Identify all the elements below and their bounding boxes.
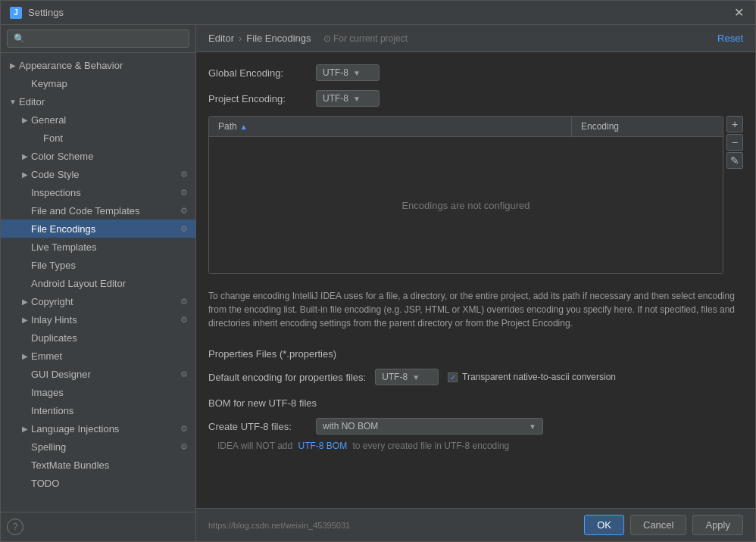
sidebar-item-inlay-hints[interactable]: Inlay Hints ⚙ [1,310,195,329]
bom-dropdown[interactable]: with NO BOM ▼ [316,418,543,435]
sidebar-label-inlay-hints: Inlay Hints [31,314,176,326]
transparent-label: Transparent native-to-ascii conversion [462,372,616,382]
sidebar-label-appearance: Appearance & Behavior [19,60,189,71]
sidebar-item-general[interactable]: General [1,111,195,129]
breadcrumb-parent: Editor [208,33,234,44]
sidebar-label-font: Font [43,132,189,144]
transparent-checkbox[interactable] [448,372,458,382]
bom-section: Create UTF-8 files: with NO BOM ▼ IDEA w… [208,418,743,451]
edit-encoding-button[interactable]: ✎ [726,152,743,169]
sidebar-label-spelling: Spelling [31,441,176,453]
sidebar-item-images[interactable]: Images [1,383,195,401]
sidebar-label-editor: Editor [19,96,189,107]
sidebar-item-editor[interactable]: Editor [1,92,195,111]
expand-arrow-copyright[interactable] [19,295,31,307]
arrow-live-templates [19,241,31,253]
sidebar-item-copyright[interactable]: Copyright ⚙ [1,292,195,310]
sidebar-label-file-encodings: File Encodings [31,223,176,235]
sidebar-item-intentions[interactable]: Intentions [1,401,195,419]
sidebar-item-textmate[interactable]: TextMate Bundles [1,456,195,474]
arrow-spelling [19,441,31,453]
bom-dropdown-arrow: ▼ [529,422,536,431]
arrow-intentions [19,404,31,416]
arrow-gui-designer [19,368,31,380]
expand-arrow-lang-injections[interactable] [19,422,31,435]
breadcrumb-separator: › [239,33,242,44]
sidebar-label-intentions: Intentions [31,405,189,416]
project-encoding-dropdown[interactable]: UTF-8 ▼ [316,90,380,107]
gear-icon-inspections: ⚙ [179,187,189,198]
sidebar-item-file-encodings[interactable]: File Encodings ⚙ [1,220,195,238]
arrow-file-encodings [19,223,31,235]
encoding-table-wrapper: Path ▲ Encoding Encodings are not config… [208,116,743,274]
search-input[interactable] [7,30,189,48]
sidebar-label-color-scheme: Color Scheme [31,151,189,162]
gear-icon-gui-designer: ⚙ [179,369,189,379]
sidebar-label-copyright: Copyright [31,296,176,307]
sidebar-item-emmet[interactable]: Emmet [1,347,195,365]
expand-arrow-appearance[interactable] [7,59,19,71]
ok-button[interactable]: OK [584,515,624,535]
sidebar-item-inspections[interactable]: Inspections ⚙ [1,183,195,201]
arrow-textmate [19,459,31,471]
sidebar-bottom: ? [1,512,195,541]
properties-encoding-dropdown[interactable]: UTF-8 ▼ [375,369,439,385]
sidebar-item-file-types[interactable]: File Types [1,256,195,274]
sidebar-item-live-templates[interactable]: Live Templates [1,238,195,256]
expand-arrow-emmet[interactable] [19,350,31,362]
sidebar-item-gui-designer[interactable]: GUI Designer ⚙ [1,365,195,383]
expand-arrow-general[interactable] [19,114,31,126]
sidebar-item-todo[interactable]: TODO [1,474,195,492]
sidebar-label-gui-designer: GUI Designer [31,369,176,380]
expand-arrow-code-style[interactable] [19,168,31,180]
sidebar-item-font[interactable]: Font [1,129,195,147]
global-encoding-dropdown-arrow: ▼ [353,69,361,77]
sidebar: Appearance & Behavior Keymap Editor Gene… [1,25,196,541]
sidebar-label-textmate: TextMate Bundles [31,459,189,471]
for-project-toggle[interactable]: ⊙ For current project [323,33,408,44]
encoding-table: Path ▲ Encoding Encodings are not config… [208,116,723,274]
sidebar-item-lang-injections[interactable]: Language Injections ⚙ [1,419,195,438]
cancel-button[interactable]: Cancel [630,515,686,535]
expand-arrow-color-scheme[interactable] [19,150,31,162]
right-panel: Editor › File Encodings ⊙ For current pr… [196,25,755,541]
arrow-file-code-templates [19,204,31,216]
arrow-android-layout [19,277,31,289]
sidebar-item-appearance[interactable]: Appearance & Behavior [1,56,195,74]
sidebar-label-general: General [31,114,189,126]
remove-encoding-button[interactable]: − [726,134,743,151]
apply-button[interactable]: Apply [692,515,743,535]
gear-icon-spelling: ⚙ [179,441,189,452]
sidebar-search-container [1,25,195,53]
help-button[interactable]: ? [7,519,23,535]
sidebar-label-emmet: Emmet [31,350,189,362]
add-encoding-button[interactable]: + [726,116,743,132]
window-title: Settings [28,7,731,18]
sidebar-item-color-scheme[interactable]: Color Scheme [1,147,195,165]
bottom-bar: https://blog.csdn.net/weixin_45395031 OK… [196,508,755,541]
sidebar-item-spelling[interactable]: Spelling ⚙ [1,438,195,456]
expand-arrow-editor[interactable] [7,95,19,107]
sidebar-item-android-layout[interactable]: Android Layout Editor [1,274,195,292]
sidebar-item-duplicates[interactable]: Duplicates [1,329,195,347]
main-content: Appearance & Behavior Keymap Editor Gene… [1,25,755,541]
arrow-images [19,386,31,398]
sidebar-label-live-templates: Live Templates [31,241,189,253]
properties-encoding-value: UTF-8 [382,372,408,382]
global-encoding-dropdown[interactable]: UTF-8 ▼ [316,64,380,81]
sidebar-item-keymap[interactable]: Keymap [1,74,195,92]
global-encoding-label: Global Encoding: [208,67,307,79]
sidebar-item-file-code-templates[interactable]: File and Code Templates ⚙ [1,201,195,220]
bom-dropdown-value: with NO BOM [323,421,378,431]
info-text: To change encoding IntelliJ IDEA uses fo… [208,283,743,336]
bom-note-suffix: to every created file in UTF-8 encoding [353,441,510,451]
sidebar-label-android-layout: Android Layout Editor [31,278,189,289]
bom-link: UTF-8 BOM [298,441,348,451]
bom-section-title: BOM for new UTF-8 files [208,397,743,409]
panel-body: Global Encoding: UTF-8 ▼ Project Encodin… [196,52,755,508]
close-button[interactable]: ✕ [731,5,746,20]
arrow-todo [19,477,31,489]
expand-arrow-inlay-hints[interactable] [19,313,31,326]
reset-button[interactable]: Reset [717,33,743,44]
sidebar-item-code-style[interactable]: Code Style ⚙ [1,165,195,183]
